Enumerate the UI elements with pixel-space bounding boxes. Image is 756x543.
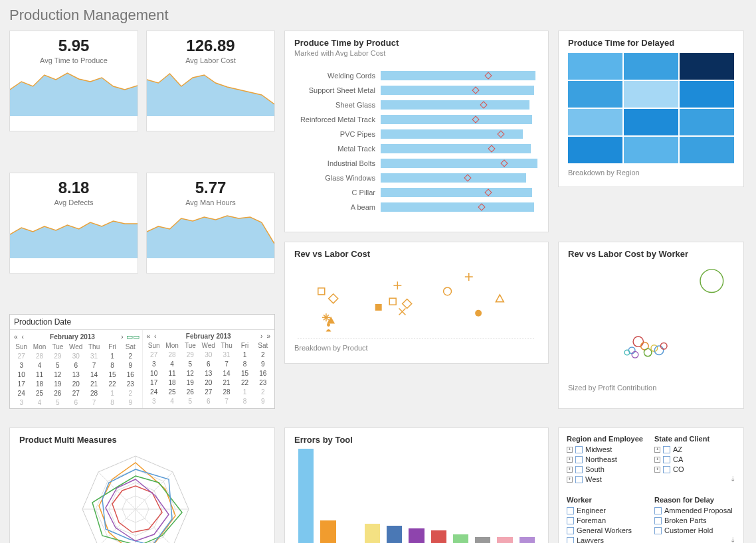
calendar-day[interactable]: 6 xyxy=(67,398,84,407)
calendar-day[interactable]: 15 xyxy=(236,369,253,378)
scatter-point[interactable] xyxy=(326,323,331,331)
calendar-day[interactable]: 6 xyxy=(67,361,84,370)
calendar-day[interactable]: 10 xyxy=(13,370,30,379)
calendar-next-month-icon[interactable]: › xyxy=(120,333,124,341)
calendar-day[interactable]: 8 xyxy=(236,360,253,368)
calendar-range-icon[interactable]: ▭▭ xyxy=(126,333,140,341)
calendar-day[interactable]: 27 xyxy=(200,388,217,396)
scatter-point[interactable] xyxy=(318,288,325,295)
heatmap-cell[interactable] xyxy=(680,81,734,108)
filter-item[interactable]: Broken Parts xyxy=(654,516,735,524)
bubble-point[interactable] xyxy=(644,349,652,356)
kpi-avg-time[interactable]: 5.95 Avg Time to Produce xyxy=(9,31,138,131)
expand-icon[interactable]: + xyxy=(654,457,660,463)
calendar-day[interactable]: 1 xyxy=(236,350,253,359)
calendar-day[interactable]: 6 xyxy=(200,360,217,368)
filter-item[interactable]: +CO xyxy=(654,465,735,473)
calendar-day[interactable]: 16 xyxy=(254,369,272,378)
calendar-day[interactable]: 30 xyxy=(200,350,217,359)
heatmap-cell[interactable] xyxy=(680,53,734,80)
kpi-avg-labor-cost[interactable]: 126.89 Avg Labor Cost xyxy=(146,31,275,131)
bar[interactable] xyxy=(431,530,446,543)
calendar-day[interactable]: 2 xyxy=(122,389,139,398)
produce-delayed-card[interactable]: Produce Time for Delayed Breakdown by Re… xyxy=(558,31,744,187)
bar[interactable] xyxy=(409,528,424,543)
bar[interactable] xyxy=(475,537,490,543)
heatmap-cell[interactable] xyxy=(624,109,678,135)
calendar-day[interactable]: 11 xyxy=(163,369,181,378)
filter-item[interactable]: General Workers xyxy=(567,526,648,534)
bar-row[interactable]: C Pillar xyxy=(294,186,539,199)
bar-row[interactable]: PVC Pipes xyxy=(294,127,539,141)
heatmap-cell[interactable] xyxy=(680,137,734,163)
calendar-day[interactable]: 4 xyxy=(163,397,181,406)
calendar-day[interactable]: 11 xyxy=(31,370,48,379)
bar[interactable] xyxy=(453,534,468,543)
calendar-day[interactable]: 23 xyxy=(254,378,272,387)
calendar-day[interactable]: 5 xyxy=(181,360,199,368)
calendar-day[interactable]: 17 xyxy=(13,380,30,388)
bar-row[interactable]: Industrial Bolts xyxy=(294,157,539,170)
checkbox[interactable] xyxy=(663,466,670,473)
calendar-day[interactable]: 4 xyxy=(31,361,48,370)
calendar-next-month-icon[interactable]: › xyxy=(259,333,264,340)
calendar-day[interactable]: 12 xyxy=(181,369,199,378)
calendar-day[interactable]: 18 xyxy=(31,380,48,388)
calendar-day[interactable]: 10 xyxy=(145,369,163,378)
calendar-day[interactable]: 3 xyxy=(13,398,30,407)
bar[interactable] xyxy=(520,537,535,543)
calendar-day[interactable]: 20 xyxy=(200,378,217,387)
expand-icon[interactable]: + xyxy=(654,447,660,453)
calendar-day[interactable]: 3 xyxy=(145,397,163,406)
calendar-day[interactable]: 25 xyxy=(163,388,181,396)
scatter-point[interactable] xyxy=(375,304,382,311)
calendar-day[interactable]: 5 xyxy=(49,398,66,407)
expand-icon[interactable]: + xyxy=(654,467,660,473)
filter-item[interactable]: +AZ xyxy=(654,445,735,453)
bar[interactable] xyxy=(298,449,314,543)
calendar-day[interactable]: 27 xyxy=(13,352,30,360)
bar[interactable] xyxy=(320,520,335,543)
calendar-day[interactable]: 7 xyxy=(218,397,235,406)
filter-item[interactable]: +CA xyxy=(654,455,735,463)
bar-row[interactable]: Support Sheet Metal xyxy=(294,84,539,97)
expand-icon[interactable]: + xyxy=(567,477,573,483)
calendar-prev-year-icon[interactable]: « xyxy=(13,333,19,341)
checkbox[interactable] xyxy=(575,476,583,483)
calendar-day[interactable]: 9 xyxy=(254,397,272,406)
heatmap-cell[interactable] xyxy=(568,109,622,135)
heatmap-cell[interactable] xyxy=(568,81,622,108)
calendar-day[interactable]: 18 xyxy=(163,378,181,387)
heatmap-cell[interactable] xyxy=(568,137,622,163)
calendar-day[interactable]: 27 xyxy=(145,350,163,359)
calendar-day[interactable]: 9 xyxy=(254,360,272,368)
bar[interactable] xyxy=(365,524,380,543)
calendar-day[interactable]: 8 xyxy=(236,397,253,406)
calendar-day[interactable]: 3 xyxy=(145,360,163,368)
filter-item[interactable]: +South xyxy=(567,465,648,473)
calendar-day[interactable]: 28 xyxy=(85,389,102,398)
kpi-avg-defects[interactable]: 8.18 Avg Defects xyxy=(9,173,138,273)
calendar-day[interactable]: 29 xyxy=(49,352,66,360)
scatter-point[interactable] xyxy=(393,281,401,289)
calendar-day[interactable]: 26 xyxy=(181,388,199,396)
calendar-day[interactable]: 14 xyxy=(85,370,102,379)
heatmap-cell[interactable] xyxy=(680,109,734,135)
calendar-day[interactable]: 1 xyxy=(104,389,121,398)
calendar-prev-month-icon[interactable]: ‹ xyxy=(21,333,25,341)
filter-item[interactable]: Foreman xyxy=(567,516,648,524)
heatmap-cell[interactable] xyxy=(624,81,678,108)
calendar-day[interactable]: 28 xyxy=(31,352,48,360)
checkbox[interactable] xyxy=(567,507,574,514)
scatter-point[interactable] xyxy=(329,294,338,303)
calendar-day[interactable]: 1 xyxy=(104,352,121,360)
calendar-day[interactable]: 8 xyxy=(104,361,121,370)
heatmap-cell[interactable] xyxy=(624,137,678,163)
scatter-point[interactable] xyxy=(475,310,482,317)
calendar-day[interactable]: 2 xyxy=(122,352,139,360)
checkbox[interactable] xyxy=(663,446,670,453)
filter-item[interactable]: Customer Hold xyxy=(654,526,735,534)
calendar-day[interactable]: 2 xyxy=(254,388,272,396)
calendar-day[interactable]: 24 xyxy=(13,389,30,398)
calendar-day[interactable]: 17 xyxy=(145,378,163,387)
